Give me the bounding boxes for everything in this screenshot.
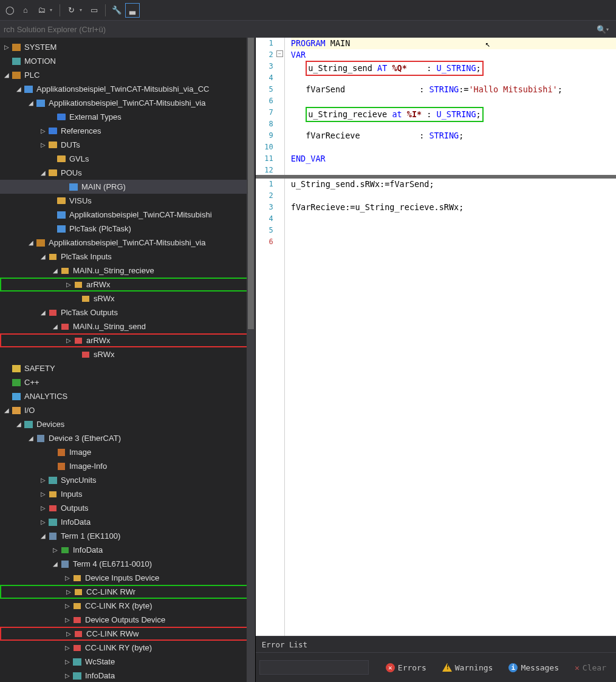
clear-icon: ✕ bbox=[575, 663, 580, 672]
tree-syncunits[interactable]: ▷SyncUnits bbox=[0, 473, 255, 487]
tree-safety[interactable]: SAFETY bbox=[0, 361, 255, 375]
tree-plctask-inputs[interactable]: ◢PlcTask Inputs bbox=[0, 250, 255, 264]
search-input[interactable] bbox=[4, 25, 597, 34]
tree-send-struct[interactable]: ◢MAIN.u_String_send bbox=[0, 319, 255, 333]
tree-pous[interactable]: ◢POUs bbox=[0, 166, 255, 180]
tree-infodata3[interactable]: ▷InfoData bbox=[0, 669, 255, 682]
errors-button[interactable]: ✕Errors bbox=[380, 659, 433, 676]
tree-cpp[interactable]: C++ bbox=[0, 375, 255, 389]
tree-arrwx-input[interactable]: ▷arRWx bbox=[0, 278, 255, 292]
tree-main-prg[interactable]: MAIN (PRG) bbox=[0, 180, 255, 194]
tree-device-outputs[interactable]: ▷Device Outputs Device bbox=[0, 613, 255, 627]
tree-recv-struct[interactable]: ◢MAIN.u_String_recieve bbox=[0, 264, 255, 278]
tree-plc[interactable]: ◢PLC bbox=[0, 68, 255, 82]
search-icon[interactable]: 🔍 bbox=[597, 25, 606, 34]
tree-device-inputs[interactable]: ▷Device Inputs Device bbox=[0, 571, 255, 585]
sync-icon[interactable]: 🗂 bbox=[34, 3, 49, 18]
info-icon: i bbox=[508, 663, 518, 672]
warnings-button[interactable]: Warnings bbox=[436, 659, 499, 676]
tree-io[interactable]: ◢I/O bbox=[0, 403, 255, 417]
tree-analytics[interactable]: ANALYTICS bbox=[0, 389, 255, 403]
clear-button[interactable]: ✕Clear bbox=[569, 659, 612, 676]
tree-references[interactable]: ▷References bbox=[0, 124, 255, 138]
tree-devices[interactable]: ◢Devices bbox=[0, 417, 255, 431]
error-list-title: Error List bbox=[256, 636, 616, 652]
properties-icon[interactable]: ▃ bbox=[125, 3, 140, 18]
tree-term1[interactable]: ◢Term 1 (EK1100) bbox=[0, 529, 255, 543]
tree-infodata[interactable]: ▷InfoData bbox=[0, 515, 255, 529]
tree-visus[interactable]: VISUs bbox=[0, 194, 255, 208]
tree-external-types[interactable]: External Types bbox=[0, 110, 255, 124]
wrench-icon[interactable]: 🔧 bbox=[109, 3, 124, 18]
error-filter-dropdown[interactable] bbox=[259, 660, 369, 675]
messages-button[interactable]: iMessages bbox=[502, 659, 565, 676]
error-icon: ✕ bbox=[386, 663, 395, 672]
code-editor: 12−3456789101112 ↖ PROGRAM MAIN VAR u_St… bbox=[256, 38, 616, 682]
tree-wcstate[interactable]: ▷WcState bbox=[0, 655, 255, 669]
tree-image-info[interactable]: Image-Info bbox=[0, 459, 255, 473]
tree-cclink-rwr[interactable]: ▷CC-LINK RWr bbox=[0, 585, 255, 599]
tree-app[interactable]: ◢Applikationsbeispiel_TwinCAT-Mitsubishi… bbox=[0, 82, 255, 96]
dropdown-icon[interactable]: ▾ bbox=[80, 7, 86, 13]
refresh-icon[interactable]: ↻ bbox=[64, 3, 78, 18]
tree-arrwx-output[interactable]: ▷arRWx bbox=[0, 333, 255, 347]
tree-term4[interactable]: ◢Term 4 (EL6711-0010) bbox=[0, 557, 255, 571]
tree-outputs-dev[interactable]: ▷Outputs bbox=[0, 501, 255, 515]
tree-device3[interactable]: ◢Device 3 (EtherCAT) bbox=[0, 431, 255, 445]
tree-image[interactable]: Image bbox=[0, 445, 255, 459]
scrollbar[interactable] bbox=[247, 38, 255, 682]
separator bbox=[105, 4, 106, 16]
separator bbox=[60, 4, 60, 16]
collapse-icon[interactable]: ▭ bbox=[87, 3, 101, 18]
tree-instance[interactable]: ◢Applikationsbeispiel_TwinCAT-Mitsubishi… bbox=[0, 236, 255, 250]
tree-project[interactable]: ◢Applikationsbeispiel_TwinCAT-Mitsubishi… bbox=[0, 96, 255, 110]
declaration-pane[interactable]: 12−3456789101112 ↖ PROGRAM MAIN VAR u_St… bbox=[256, 38, 616, 179]
solution-explorer: ▷SYSTEM MOTION ◢PLC ◢Applikationsbeispie… bbox=[0, 38, 256, 682]
tree-cclink-rww[interactable]: ▷CC-LINK RWw bbox=[0, 627, 255, 641]
implementation-pane[interactable]: 123456 u_String_send.sRWx:=fVarSend; fVa… bbox=[256, 179, 616, 636]
tree-srwx-input[interactable]: sRWx bbox=[0, 292, 255, 305]
home-icon[interactable]: ⌂ bbox=[18, 3, 33, 18]
tree-infodata2[interactable]: ▷InfoData bbox=[0, 543, 255, 557]
tree-system[interactable]: ▷SYSTEM bbox=[0, 40, 255, 54]
cursor-icon: ↖ bbox=[485, 39, 490, 49]
dropdown-icon[interactable]: ▾ bbox=[50, 7, 56, 13]
tree-inputs-dev[interactable]: ▷Inputs bbox=[0, 487, 255, 501]
tree-motion[interactable]: MOTION bbox=[0, 54, 255, 68]
tree-cclink-ry[interactable]: ▷CC-LINK RY (byte) bbox=[0, 641, 255, 655]
tree-plctask[interactable]: PlcTask (PlcTask) bbox=[0, 222, 255, 236]
tree-plctask-outputs[interactable]: ◢PlcTask Outputs bbox=[0, 305, 255, 319]
tree-cclink-rx[interactable]: ▷CC-LINK RX (byte) bbox=[0, 599, 255, 613]
tree-duts[interactable]: ▷DUTs bbox=[0, 138, 255, 152]
nav-back-icon[interactable]: ◯ bbox=[2, 3, 17, 18]
tree-gvls[interactable]: GVLs bbox=[0, 152, 255, 166]
warning-icon bbox=[442, 663, 452, 672]
solution-search: 🔍▾ bbox=[0, 21, 616, 38]
dropdown-icon[interactable]: ▾ bbox=[606, 27, 612, 32]
error-list-panel: Error List ✕Errors Warnings iMessages ✕C… bbox=[256, 636, 616, 682]
toolbar: ◯ ⌂ 🗂▾ ↻▾ ▭ 🔧 ▃ bbox=[0, 0, 616, 21]
tree-project-copy[interactable]: Applikationsbeispiel_TwinCAT-Mitsubishi bbox=[0, 208, 255, 222]
tree-srwx-output[interactable]: sRWx bbox=[0, 347, 255, 361]
